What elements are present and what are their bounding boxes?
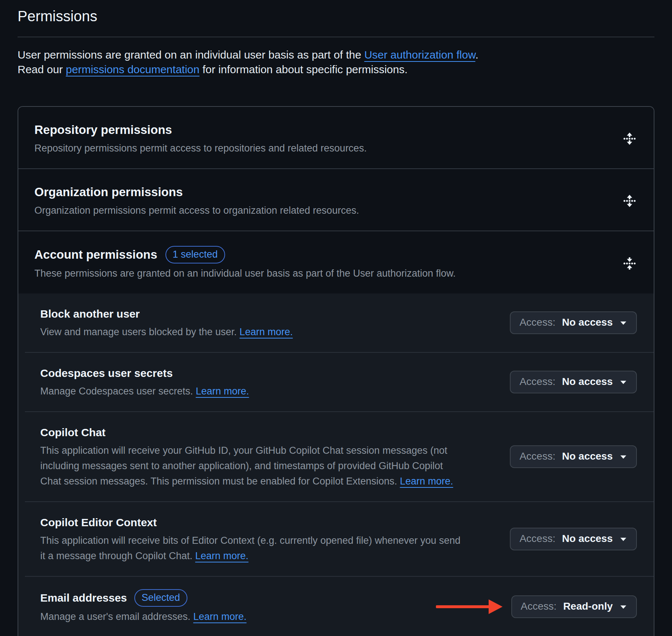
permission-row-email-addresses: Email addresses Selected Manage a user's… (18, 577, 654, 636)
permission-description: This application will receive bits of Ed… (40, 535, 460, 561)
selected-badge: Selected (134, 589, 187, 607)
section-title: Organization permissions (34, 184, 183, 201)
selected-count-badge: 1 selected (165, 246, 225, 263)
page-title: Permissions (18, 0, 654, 37)
chevron-down-icon (619, 604, 627, 610)
drag-handle-icon[interactable] (621, 131, 638, 147)
section-description: These permissions are granted on an indi… (34, 266, 456, 281)
intro-line2-suffix: for information about specific permissio… (199, 63, 408, 75)
learn-more-link[interactable]: Learn more. (400, 476, 453, 487)
intro-line1-suffix: . (475, 49, 478, 61)
permission-row-copilot-editor-context: Copilot Editor Context This application … (18, 502, 654, 576)
permission-text: Copilot Editor Context This application … (40, 515, 461, 564)
access-prefix: Access: (519, 375, 555, 388)
account-permissions-list: Block another user View and manage users… (18, 293, 654, 636)
section-repository-permissions: Repository permissions Repository permis… (18, 107, 654, 169)
section-description: Organization permissions permit access t… (34, 203, 359, 218)
access-dropdown[interactable]: Access: Read-only (511, 595, 637, 618)
drag-handle-icon[interactable] (621, 193, 638, 209)
access-value: No access (562, 532, 613, 545)
access-cell: Access: No access (499, 445, 637, 468)
permission-row-codespaces-user-secrets: Codespaces user secrets Manage Codespace… (18, 353, 654, 411)
permission-description: This application will receive your GitHu… (40, 445, 447, 487)
intro-line1-text: User permissions are granted on an indiv… (18, 49, 364, 61)
learn-more-link[interactable]: Learn more. (195, 550, 249, 561)
permission-row-block-another-user: Block another user View and manage users… (18, 293, 654, 352)
permission-description: Manage a user's email addresses. (40, 611, 190, 622)
learn-more-link[interactable]: Learn more. (193, 611, 247, 622)
intro-text: User permissions are granted on an indiv… (18, 48, 654, 77)
drag-handle-icon[interactable] (621, 255, 638, 272)
permission-title: Copilot Editor Context (40, 515, 157, 531)
access-prefix: Access: (519, 316, 555, 329)
permission-title: Copilot Chat (40, 424, 105, 441)
permissions-settings-page: Permissions User permissions are granted… (0, 0, 672, 636)
section-title: Account permissions (34, 246, 157, 263)
section-text: Organization permissions Organization pe… (34, 184, 359, 218)
permissions-documentation-link[interactable]: permissions documentation (66, 63, 199, 75)
permission-text: Copilot Chat This application will recei… (40, 424, 461, 489)
access-value: No access (562, 316, 613, 329)
access-dropdown[interactable]: Access: No access (510, 311, 637, 334)
chevron-down-icon (619, 454, 627, 460)
access-value: No access (562, 375, 613, 388)
permission-title: Block another user (40, 306, 140, 322)
permission-description: Manage Codespaces user secrets. (40, 386, 193, 397)
permission-title: Codespaces user secrets (40, 365, 173, 381)
learn-more-link[interactable]: Learn more. (196, 386, 249, 397)
learn-more-link[interactable]: Learn more. (239, 326, 293, 337)
permission-row-copilot-chat: Copilot Chat This application will recei… (18, 412, 654, 501)
section-title: Repository permissions (34, 121, 172, 138)
chevron-down-icon (619, 536, 627, 542)
permission-title: Email addresses (40, 590, 127, 606)
access-dropdown[interactable]: Access: No access (510, 445, 637, 468)
intro-line2-prefix: Read our (18, 63, 66, 75)
section-text: Repository permissions Repository permis… (34, 121, 367, 156)
access-prefix: Access: (519, 450, 555, 463)
access-prefix: Access: (519, 532, 555, 545)
access-prefix: Access: (521, 600, 557, 613)
access-value: No access (562, 450, 613, 463)
annotation-arrow-icon (435, 598, 503, 616)
chevron-down-icon (619, 320, 627, 326)
permission-text: Block another user View and manage users… (40, 306, 293, 340)
chevron-down-icon (619, 379, 627, 385)
section-text: Account permissions 1 selected These per… (34, 246, 456, 281)
access-value: Read-only (563, 600, 613, 613)
user-authorization-flow-link[interactable]: User authorization flow (364, 49, 475, 61)
permission-description: View and manage users blocked by the use… (40, 326, 237, 337)
access-dropdown[interactable]: Access: No access (510, 371, 637, 393)
access-cell: Access: Read-only (424, 595, 637, 618)
section-organization-permissions: Organization permissions Organization pe… (18, 169, 654, 231)
permission-text: Codespaces user secrets Manage Codespace… (40, 365, 249, 399)
section-account-permissions: Account permissions 1 selected These per… (18, 231, 654, 293)
access-cell: Access: No access (499, 311, 637, 334)
permission-text: Email addresses Selected Manage a user's… (40, 589, 246, 624)
access-dropdown[interactable]: Access: No access (510, 528, 637, 550)
permissions-card: Repository permissions Repository permis… (18, 106, 654, 636)
access-cell: Access: No access (499, 371, 637, 393)
access-cell: Access: No access (499, 528, 637, 550)
section-description: Repository permissions permit access to … (34, 141, 367, 156)
